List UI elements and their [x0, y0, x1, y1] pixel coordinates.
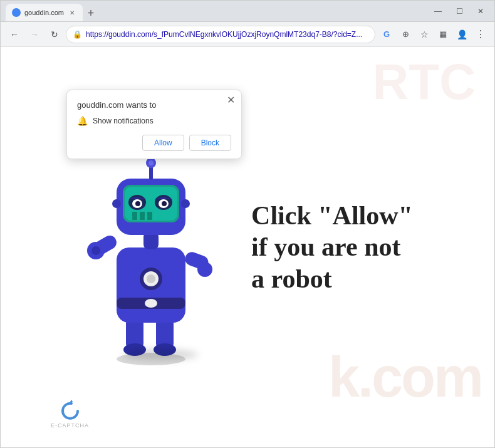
svg-point-7	[145, 299, 157, 308]
svg-point-36	[181, 199, 190, 208]
tab-favicon	[12, 8, 21, 17]
window-controls: — ☐ ✕	[429, 5, 489, 18]
svg-rect-26	[132, 212, 137, 217]
extensions-button[interactable]: ⊕	[397, 26, 414, 43]
tab-strip: gouddin.com ✕ +	[6, 1, 427, 21]
click-allow-line2: if you are not	[251, 231, 413, 263]
lock-icon: 🔒	[73, 30, 82, 39]
robot-shadow	[123, 349, 198, 360]
bookmark-button[interactable]: ☆	[415, 26, 433, 43]
toolbar: ← → ↻ 🔒 https://gouddin.com/s_fPumCvlNEg…	[1, 22, 494, 47]
popup-permission: 🔔 Show notifications	[77, 116, 231, 126]
forward-button[interactable]: →	[26, 26, 43, 43]
svg-rect-29	[132, 217, 137, 220]
browser-window: gouddin.com ✕ + — ☐ ✕ ← → ↻ 🔒 https://go…	[0, 0, 495, 448]
svg-point-15	[197, 262, 212, 277]
svg-point-25	[162, 201, 167, 206]
svg-point-22	[135, 201, 140, 206]
svg-point-13	[91, 246, 100, 255]
svg-rect-31	[147, 217, 152, 220]
menu-button[interactable]: ⋮	[472, 26, 489, 43]
minimize-button[interactable]: —	[429, 5, 447, 18]
popup-title: gouddin.com wants to	[77, 100, 231, 110]
new-tab-button[interactable]: +	[83, 5, 99, 21]
notification-popup: ✕ gouddin.com wants to 🔔 Show notificati…	[66, 90, 242, 159]
content-area: RTC k.com	[1, 47, 494, 447]
maximize-button[interactable]: ☐	[451, 5, 468, 18]
block-button[interactable]: Block	[189, 135, 231, 151]
svg-rect-28	[147, 212, 152, 217]
profile-button[interactable]: 👤	[453, 26, 471, 43]
back-button[interactable]: ←	[6, 26, 23, 43]
toolbar-actions: G ⊕ ☆ ▦ 👤 ⋮	[378, 26, 489, 43]
click-allow-text: Click "Allow" if you are not a robot	[251, 200, 413, 294]
tab-label: gouddin.com	[24, 9, 64, 16]
title-bar: gouddin.com ✕ + — ☐ ✕	[1, 1, 494, 22]
click-allow-line3: a robot	[251, 263, 413, 294]
popup-buttons: Allow Block	[77, 135, 231, 151]
svg-point-10	[147, 274, 155, 283]
sidebar-button[interactable]: ▦	[434, 26, 452, 43]
svg-rect-32	[149, 166, 153, 180]
click-allow-line1: Click "Allow"	[251, 200, 413, 231]
svg-rect-30	[140, 217, 145, 220]
allow-button[interactable]: Allow	[142, 135, 184, 151]
svg-point-35	[112, 199, 121, 208]
popup-close-button[interactable]: ✕	[227, 95, 235, 105]
permission-text: Show notifications	[93, 117, 154, 125]
bell-icon: 🔔	[77, 116, 88, 126]
svg-rect-27	[140, 212, 145, 217]
svg-point-34	[148, 160, 154, 165]
url-text: https://gouddin.com/s_fPumCvlNEgxnkvlOKU…	[86, 30, 368, 39]
robot-illustration	[82, 128, 239, 367]
address-bar[interactable]: 🔒 https://gouddin.com/s_fPumCvlNEgxnkvlO…	[66, 26, 375, 43]
captcha-logo: E-CAPTCHA	[51, 399, 89, 429]
google-button[interactable]: G	[378, 26, 395, 43]
tab-close-button[interactable]: ✕	[68, 8, 76, 17]
close-button[interactable]: ✕	[472, 5, 489, 18]
reload-button[interactable]: ↻	[46, 26, 63, 43]
active-tab[interactable]: gouddin.com ✕	[6, 4, 83, 21]
captcha-icon	[59, 399, 81, 421]
